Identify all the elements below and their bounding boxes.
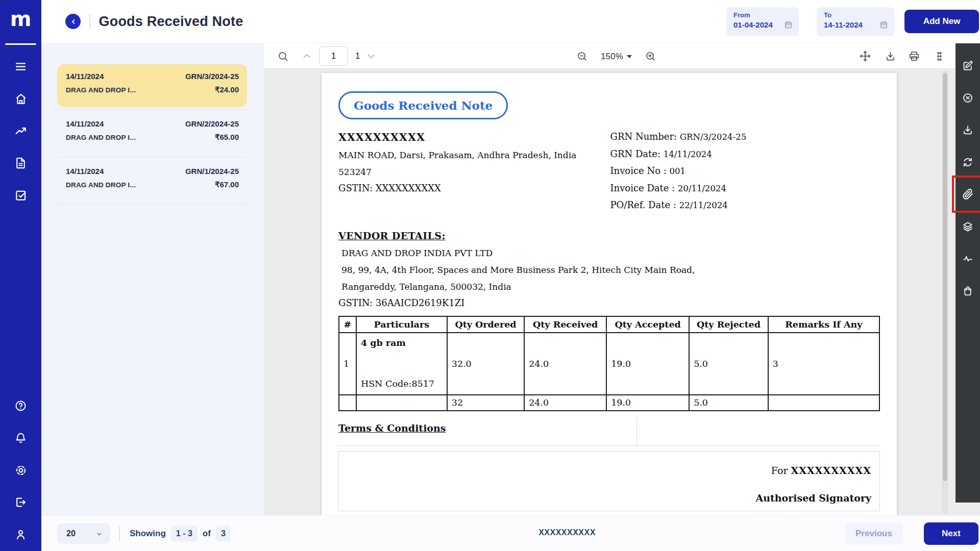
edit-icon[interactable] — [955, 49, 980, 82]
menu-icon[interactable] — [0, 51, 41, 83]
cell-remarks: 3 — [768, 333, 879, 395]
meta-po-ref-date: PO/Ref. Date : 22/11/2024 — [610, 199, 880, 210]
zoom-level-value: 150% — [601, 52, 623, 61]
grn-item-amount: ₹67.00 — [215, 180, 239, 189]
cell-qty-ordered: 32.0 — [447, 333, 524, 395]
total-qty-accepted: 19.0 — [606, 395, 689, 411]
chevron-down-icon[interactable] — [365, 43, 377, 69]
page-number-input[interactable] — [319, 46, 348, 66]
print-icon[interactable] — [908, 43, 920, 69]
caret-down-icon — [627, 55, 632, 58]
company-address-1: MAIN ROAD, Darsi, Prakasam, Andhra Prade… — [338, 150, 609, 160]
back-arrow-icon — [69, 18, 77, 26]
sidebar: m — [0, 0, 41, 551]
grn-item-party: DRAG AND DROP I... — [66, 181, 136, 189]
authorised-signatory: Authorised Signatory — [755, 492, 871, 504]
chevron-up-icon[interactable] — [301, 43, 313, 69]
table-header: Qty Accepted — [606, 316, 689, 333]
grn-item-number: GRN/2/2024-25 — [185, 119, 239, 128]
terms-heading: Terms & Conditions — [338, 422, 446, 434]
to-date-label: To — [824, 11, 888, 20]
document-area: Goods Received Note XXXXXXXXXX MAIN ROAD… — [264, 69, 980, 515]
vendor-details-heading: VENDOR DETAILS: — [338, 230, 880, 241]
grn-item-date: 14/11/2024 — [66, 72, 104, 81]
profile-icon[interactable] — [0, 518, 41, 550]
next-button[interactable]: Next — [924, 522, 978, 545]
calendar-icon — [879, 20, 888, 29]
documents-icon[interactable] — [0, 147, 41, 179]
total-qty-ordered: 32 — [447, 395, 524, 411]
table-header: Particulars — [356, 316, 447, 333]
total-badge: 3 — [216, 525, 231, 542]
vendor-address-2: Rangareddy, Telangana, 500032, India — [338, 282, 880, 292]
footer-company-text: XXXXXXXXXX — [485, 528, 649, 537]
sidebar-nav-bottom — [0, 390, 41, 550]
back-button[interactable] — [65, 14, 81, 29]
pdf-viewer: 1 150% — [264, 43, 980, 515]
layers-icon[interactable] — [955, 210, 980, 242]
sync-icon[interactable] — [955, 146, 980, 178]
notifications-icon[interactable] — [0, 422, 41, 454]
scrollbar-thumb[interactable] — [943, 73, 947, 481]
zoom-level-dropdown[interactable]: 150% — [601, 43, 632, 69]
pan-icon[interactable] — [859, 43, 871, 69]
zoom-in-icon[interactable] — [645, 43, 656, 69]
to-date-picker[interactable]: To 14-11-2024 — [817, 7, 894, 36]
vendor-gstin: GSTIN: 36AAICD2619K1ZI — [338, 297, 880, 308]
document-page: Goods Received Note XXXXXXXXXX MAIN ROAD… — [322, 73, 897, 515]
download-icon[interactable] — [955, 114, 980, 146]
from-date-value: 01-04-2024 — [733, 20, 773, 29]
cell-qty-received: 24.0 — [524, 333, 606, 395]
footer-divider — [119, 526, 120, 541]
meta-grn-date: GRN Date: 14/11/2024 — [610, 148, 880, 159]
grn-item-date: 14/11/2024 — [66, 167, 104, 176]
item-hsn: HSN Code:8517 — [361, 379, 443, 389]
page-title: Goods Received Note — [99, 14, 243, 30]
from-date-label: From — [733, 11, 793, 20]
previous-button[interactable]: Previous — [845, 522, 903, 545]
home-icon[interactable] — [0, 83, 41, 115]
meta-invoice-no: Invoice No : 001 — [610, 165, 880, 176]
company-gstin: GSTIN: XXXXXXXXXX — [338, 183, 609, 193]
list-divider — [58, 157, 246, 157]
grn-list-item[interactable]: 14/11/2024 GRN/1/2024-25 DRAG AND DROP I… — [57, 159, 247, 202]
chevron-down-icon — [95, 530, 103, 538]
trending-up-icon[interactable] — [0, 115, 41, 147]
logo-divider — [5, 43, 36, 45]
logout-icon[interactable] — [0, 486, 41, 518]
company-block: XXXXXXXXXX MAIN ROAD, Darsi, Prakasam, A… — [338, 131, 609, 217]
help-icon[interactable] — [0, 390, 41, 422]
table-header: # — [339, 316, 356, 333]
grn-list-item[interactable]: 14/11/2024 GRN/2/2024-25 DRAG AND DROP I… — [57, 112, 247, 155]
tasks-icon[interactable] — [0, 179, 41, 211]
of-label: of — [203, 529, 211, 539]
settings-icon[interactable] — [0, 454, 41, 486]
cancel-icon[interactable] — [955, 82, 980, 114]
activity-icon[interactable] — [955, 242, 980, 274]
grn-list-item[interactable]: 14/11/2024 GRN/3/2024-25 DRAG AND DROP I… — [57, 64, 247, 107]
title-divider — [89, 15, 90, 28]
page-size-select[interactable]: 20 — [57, 523, 110, 544]
table-header: Remarks If Any — [768, 316, 879, 333]
table-row: 1 4 gb ram HSN Code:8517 32.0 24.0 19.0 … — [339, 333, 879, 395]
download-icon[interactable] — [885, 43, 896, 69]
search-icon[interactable] — [277, 43, 289, 69]
item-name: 4 gb ram — [361, 338, 443, 348]
signature-section: For XXXXXXXXXX Authorised Signatory — [338, 451, 880, 511]
grn-item-number: GRN/1/2024-25 — [185, 167, 239, 176]
bottom-pagination-bar: 20 Showing 1 - 3 of 3 XXXXXXXXXX Previou… — [41, 515, 980, 551]
grn-item-number: GRN/3/2024-25 — [185, 72, 239, 81]
bag-icon[interactable] — [955, 274, 980, 307]
to-date-value: 14-11-2024 — [824, 20, 863, 29]
top-header: Goods Received Note From 01-04-2024 To 1… — [41, 0, 980, 43]
add-new-button[interactable]: Add New — [904, 10, 979, 33]
attachment-icon[interactable] — [955, 178, 980, 210]
more-options-icon[interactable] — [934, 43, 945, 69]
company-name: XXXXXXXXXX — [338, 131, 609, 143]
table-header: Qty Received — [524, 316, 606, 333]
zoom-out-icon[interactable] — [576, 43, 588, 69]
table-header: Qty Ordered — [447, 316, 524, 333]
vertical-scrollbar[interactable] — [942, 70, 948, 514]
from-date-picker[interactable]: From 01-04-2024 — [726, 7, 799, 36]
app-logo[interactable]: m — [0, 0, 41, 38]
